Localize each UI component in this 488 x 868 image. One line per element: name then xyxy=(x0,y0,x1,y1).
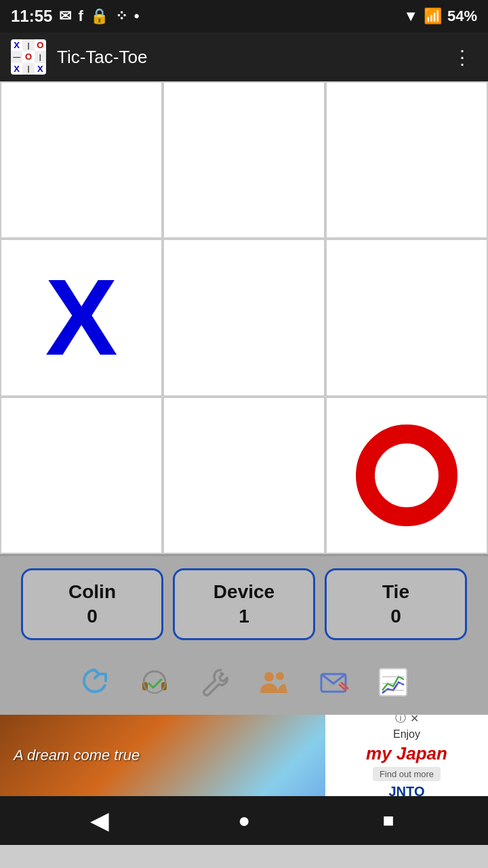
gmail-icon: ✉ xyxy=(59,7,71,25)
app-bar: X | O — O | X | X Tic-Tac-Toe ⋮ xyxy=(0,33,488,81)
nav-bar: ◀ ● ■ xyxy=(0,796,488,845)
mail-icon[interactable] xyxy=(310,659,357,705)
ad-text: A dream come true xyxy=(14,747,140,764)
wrench-icon[interactable] xyxy=(191,659,237,705)
lock-icon: 🔒 xyxy=(90,7,108,25)
users-icon[interactable] xyxy=(251,659,297,705)
device-score: 1 xyxy=(183,606,305,627)
score-colin: Colin 0 xyxy=(21,568,163,640)
home-button[interactable]: ● xyxy=(224,800,264,841)
svg-point-2 xyxy=(144,671,165,693)
wifi-icon: ▼ xyxy=(403,7,418,25)
tie-label: Tie xyxy=(335,581,457,603)
battery-text: 54% xyxy=(447,7,477,25)
cell-0-0[interactable] xyxy=(0,81,163,239)
cell-0-2[interactable] xyxy=(325,81,488,239)
refresh-icon[interactable] xyxy=(72,659,118,705)
ad-banner[interactable]: A dream come true ⓘ ✕ Enjoy my Japan Fin… xyxy=(0,715,488,796)
score-tie: Tie 0 xyxy=(325,568,467,640)
device-label: Device xyxy=(183,581,305,603)
ad-enjoy-label: Enjoy xyxy=(393,728,420,741)
cell-2-1[interactable] xyxy=(163,397,325,554)
tie-score: 0 xyxy=(335,606,457,627)
recent-button[interactable]: ■ xyxy=(368,800,409,841)
app-title: Tic-Tac-Toe xyxy=(57,47,436,68)
cell-1-2[interactable] xyxy=(325,239,488,396)
ad-logo: JNTO xyxy=(389,784,425,796)
chart-icon[interactable] xyxy=(370,659,416,705)
o-mark xyxy=(356,425,458,526)
x-mark: X xyxy=(45,263,118,372)
status-time: 11:55 xyxy=(11,7,52,26)
colin-score: 0 xyxy=(31,606,153,627)
headset-icon[interactable] xyxy=(131,659,178,705)
signal-icon: 📶 xyxy=(424,7,442,25)
back-button[interactable]: ◀ xyxy=(79,800,120,841)
ad-close-icon[interactable]: ✕ xyxy=(410,715,419,725)
ad-right-panel: ⓘ ✕ Enjoy my Japan Find out more JNTO xyxy=(325,715,488,796)
cell-2-2[interactable] xyxy=(325,397,488,554)
ad-japan-label: my Japan xyxy=(366,743,447,764)
game-board: X xyxy=(0,81,488,556)
score-section: Colin 0 Device 1 Tie 0 xyxy=(0,556,488,652)
svg-point-4 xyxy=(276,672,284,680)
facebook-icon: f xyxy=(78,7,83,25)
cell-1-0[interactable]: X xyxy=(0,239,163,396)
status-bar: 11:55 ✉ f 🔒 ⁘ • ▼ 📶 54% xyxy=(0,0,488,33)
cell-1-1[interactable] xyxy=(163,239,325,396)
ad-info-icon: ⓘ xyxy=(395,715,406,726)
cast-icon: ⁘ xyxy=(115,7,127,25)
cell-0-1[interactable] xyxy=(163,81,325,239)
ad-cta-button[interactable]: Find out more xyxy=(373,767,441,781)
app-logo: X | O — O | X | X xyxy=(11,39,46,75)
status-left: 11:55 ✉ f 🔒 ⁘ • xyxy=(11,7,139,26)
cell-2-0[interactable] xyxy=(0,397,163,554)
status-right: ▼ 📶 54% xyxy=(403,7,477,25)
more-options-icon[interactable]: ⋮ xyxy=(447,41,477,74)
dot-icon: • xyxy=(134,7,140,25)
toolbar xyxy=(0,652,488,715)
score-device: Device 1 xyxy=(173,568,315,640)
colin-label: Colin xyxy=(31,581,153,603)
svg-point-3 xyxy=(264,672,274,682)
